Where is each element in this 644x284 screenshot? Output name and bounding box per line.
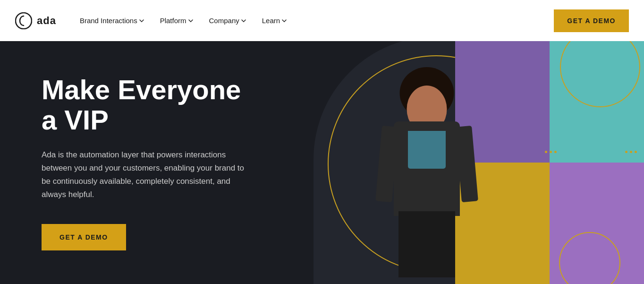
hero-content: Make Everyone a VIP Ada is the automatio… [0,46,245,279]
dot [545,151,547,153]
hero-title-line1: Make Everyone [42,74,241,105]
dots-right [545,151,557,153]
dot [554,151,557,153]
chevron-down-icon [139,18,144,23]
nav-label-learn: Learn [262,17,280,25]
nav-item-company[interactable]: Company [203,13,253,28]
ada-logo-icon [15,12,32,29]
nav-item-platform[interactable]: Platform [153,13,200,28]
hero-visual [276,41,644,284]
svg-point-0 [16,13,32,29]
nav-label-platform: Platform [160,17,186,25]
dot [635,151,637,153]
dots-far-right [625,151,637,153]
dot [550,151,552,153]
logo[interactable]: ada [15,12,56,29]
nav-label-company: Company [209,17,239,25]
navbar: ada Brand Interactions Platform Company [0,0,644,41]
person-shirt [408,131,446,169]
chevron-down-icon-2 [188,18,193,23]
logo-text: ada [37,15,56,27]
nav-item-learn[interactable]: Learn [255,13,293,28]
get-demo-hero-button[interactable]: GET A DEMO [42,224,126,250]
dot [625,151,627,153]
get-demo-nav-button[interactable]: GET A DEMO [554,9,629,32]
chevron-down-icon-3 [241,18,246,23]
dot [630,151,632,153]
person-figure [356,60,498,277]
navbar-left: ada Brand Interactions Platform Company [15,12,293,29]
nav-label-brand-interactions: Brand Interactions [80,17,137,25]
hero-section: Make Everyone a VIP Ada is the automatio… [0,41,644,284]
nav-links: Brand Interactions Platform Company Lear… [73,13,293,28]
person-body [370,79,483,277]
chevron-down-icon-4 [282,18,287,23]
hero-title-line2: a VIP [42,104,109,135]
nav-item-brand-interactions[interactable]: Brand Interactions [73,13,151,28]
person-legs [398,211,455,277]
hero-description: Ada is the automation layer that powers … [42,148,245,201]
hero-title: Make Everyone a VIP [42,75,245,135]
